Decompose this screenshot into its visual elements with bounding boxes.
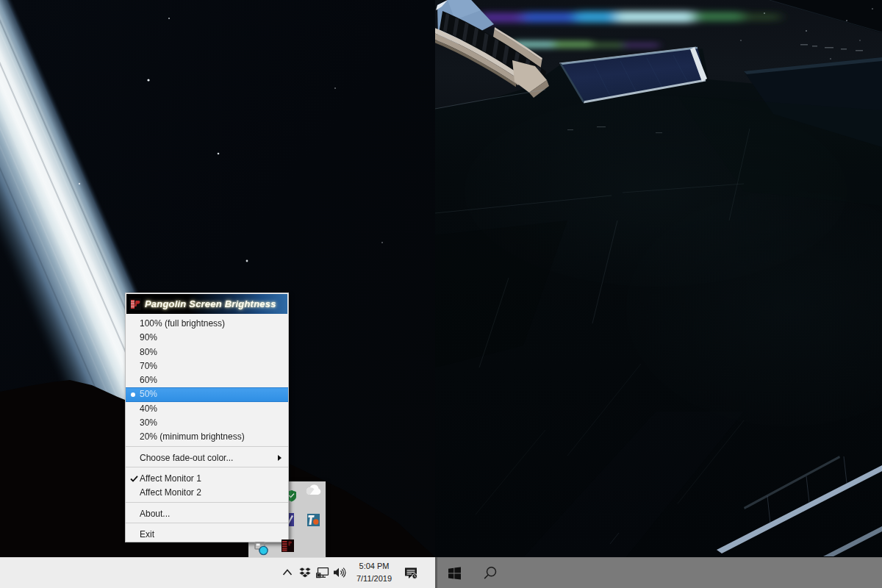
svg-text:5:04 PM: 5:04 PM xyxy=(359,562,390,570)
svg-text:7/11/2019: 7/11/2019 xyxy=(356,574,392,583)
